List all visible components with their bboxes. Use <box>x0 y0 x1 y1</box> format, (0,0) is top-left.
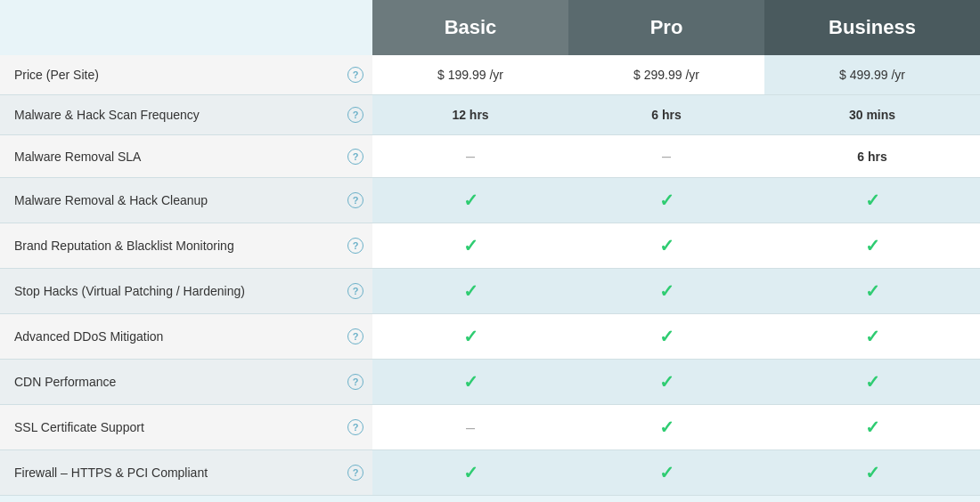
table-row: Malware & Hack Scan Frequency ? 12 hrs6 … <box>0 95 980 135</box>
feature-header-col <box>0 0 372 55</box>
business-cell-value: ✓ <box>764 178 980 223</box>
feature-value: 12 hrs <box>452 108 488 122</box>
not-available: – <box>662 147 671 165</box>
pro-cell-value: ✓ <box>568 314 764 360</box>
table-row: SSL Certificate Support ? –✓✓ <box>0 405 980 450</box>
info-icon[interactable]: ? <box>347 419 363 435</box>
price-display: $ 199.99 /yr <box>437 68 503 82</box>
pricing-table: Basic Pro Business Price (Per Site) ? $ … <box>0 0 980 496</box>
basic-cell-value: 12 hrs <box>372 95 568 135</box>
pro-cell-value: – <box>568 135 764 178</box>
basic-cell-value: ✓ <box>372 360 568 405</box>
business-cell-value: ✓ <box>764 223 980 269</box>
currency-symbol: $ <box>633 68 641 82</box>
table-row: Brand Reputation & Blacklist Monitoring … <box>0 223 980 269</box>
check-mark: ✓ <box>659 190 674 210</box>
feature-cell: Malware Removal & Hack Cleanup ? <box>0 178 372 223</box>
business-cell-value: ✓ <box>764 269 980 314</box>
info-icon[interactable]: ? <box>347 107 363 123</box>
feature-label: Malware Removal SLA <box>14 150 340 164</box>
pro-cell-value: ✓ <box>568 405 764 450</box>
pro-cell-value: ✓ <box>568 223 764 269</box>
check-mark: ✓ <box>463 327 478 346</box>
basic-header: Basic <box>372 0 568 55</box>
feature-value: 6 hrs <box>651 108 681 122</box>
pro-header: Pro <box>568 0 764 55</box>
check-mark: ✓ <box>865 417 880 437</box>
info-icon[interactable]: ? <box>347 67 363 83</box>
currency-symbol: $ <box>437 68 445 82</box>
feature-value: 6 hrs <box>857 150 886 164</box>
info-icon[interactable]: ? <box>347 374 363 390</box>
check-mark: ✓ <box>659 236 674 255</box>
check-mark: ✓ <box>659 417 674 437</box>
price-period: /yr <box>685 68 699 82</box>
table-row: CDN Performance ? ✓✓✓ <box>0 360 980 405</box>
table-row: Advanced DDoS Mitigation ? ✓✓✓ <box>0 314 980 360</box>
check-mark: ✓ <box>865 463 880 482</box>
price-amount: 299.99 <box>644 68 682 82</box>
check-mark: ✓ <box>463 190 478 210</box>
business-cell-value: 6 hrs <box>764 135 980 178</box>
table-row: Stop Hacks (Virtual Patching / Hardening… <box>0 269 980 314</box>
basic-cell-value: ✓ <box>372 178 568 223</box>
check-mark: ✓ <box>865 372 880 392</box>
check-mark: ✓ <box>659 327 674 346</box>
basic-cell-value: ✓ <box>372 450 568 496</box>
info-icon[interactable]: ? <box>347 465 363 481</box>
feature-label: Firewall – HTTPS & PCI Compliant <box>14 466 340 480</box>
info-icon[interactable]: ? <box>347 283 363 299</box>
check-mark: ✓ <box>865 236 880 255</box>
basic-cell-value: ✓ <box>372 314 568 360</box>
price-period: /yr <box>489 68 503 82</box>
business-cell-value: 30 mins <box>764 95 980 135</box>
info-icon[interactable]: ? <box>347 192 363 208</box>
basic-cell-value: ✓ <box>372 269 568 314</box>
check-mark: ✓ <box>659 463 674 482</box>
business-cell-value: ✓ <box>764 450 980 496</box>
not-available: – <box>466 147 475 165</box>
pro-cell-value: ✓ <box>568 360 764 405</box>
price-amount: 199.99 <box>448 68 486 82</box>
feature-cell: Price (Per Site) ? <box>0 55 372 95</box>
check-mark: ✓ <box>463 236 478 255</box>
basic-cell-value: $ 199.99 /yr <box>372 55 568 95</box>
basic-cell-value: ✓ <box>372 223 568 269</box>
price-amount: 499.99 <box>850 68 888 82</box>
info-icon[interactable]: ? <box>347 149 363 165</box>
pro-cell-value: $ 299.99 /yr <box>568 55 764 95</box>
check-mark: ✓ <box>865 281 880 301</box>
feature-cell: SSL Certificate Support ? <box>0 405 372 450</box>
basic-cell-value: – <box>372 405 568 450</box>
feature-cell: Malware & Hack Scan Frequency ? <box>0 95 372 135</box>
pro-cell-value: 6 hrs <box>568 95 764 135</box>
info-icon[interactable]: ? <box>347 238 363 254</box>
table-row: Firewall – HTTPS & PCI Compliant ? ✓✓✓ <box>0 450 980 496</box>
business-cell-value: ✓ <box>764 314 980 360</box>
info-icon[interactable]: ? <box>347 328 363 344</box>
feature-cell: Advanced DDoS Mitigation ? <box>0 314 372 360</box>
feature-label: Advanced DDoS Mitigation <box>14 329 340 344</box>
feature-label: SSL Certificate Support <box>14 420 340 434</box>
price-display: $ 299.99 /yr <box>633 68 699 82</box>
pro-cell-value: ✓ <box>568 178 764 223</box>
check-mark: ✓ <box>659 372 674 392</box>
business-cell-value: $ 499.99 /yr <box>764 55 980 95</box>
feature-cell: Brand Reputation & Blacklist Monitoring … <box>0 223 372 269</box>
pro-cell-value: ✓ <box>568 269 764 314</box>
check-mark: ✓ <box>463 463 478 482</box>
feature-cell: Firewall – HTTPS & PCI Compliant ? <box>0 450 372 496</box>
table-row: Malware Removal SLA ? ––6 hrs <box>0 135 980 178</box>
business-header: Business <box>764 0 980 55</box>
feature-cell: Malware Removal SLA ? <box>0 135 372 178</box>
feature-label: Malware & Hack Scan Frequency <box>14 108 340 122</box>
table-row: Price (Per Site) ? $ 199.99 /yr $ 299.99… <box>0 55 980 95</box>
table-row: Malware Removal & Hack Cleanup ? ✓✓✓ <box>0 178 980 223</box>
check-mark: ✓ <box>865 190 880 210</box>
check-mark: ✓ <box>463 372 478 392</box>
feature-label: Malware Removal & Hack Cleanup <box>14 193 340 207</box>
price-display: $ 499.99 /yr <box>839 68 905 82</box>
business-cell-value: ✓ <box>764 405 980 450</box>
feature-label: Stop Hacks (Virtual Patching / Hardening… <box>14 284 340 298</box>
feature-label: CDN Performance <box>14 375 340 389</box>
